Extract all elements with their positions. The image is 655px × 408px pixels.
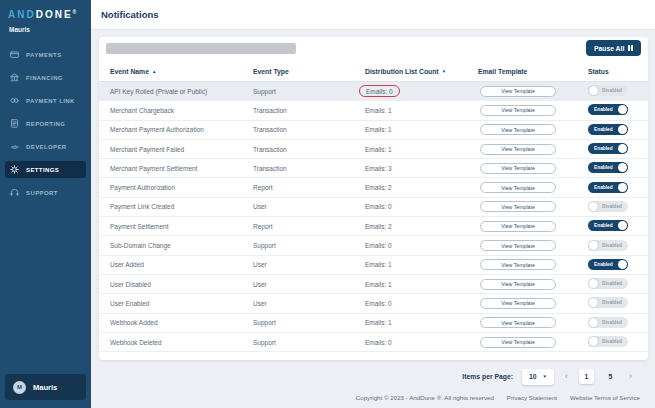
view-template-button[interactable]: View Template	[480, 337, 556, 348]
sidebar-item-settings[interactable]: SETTINGS	[5, 161, 86, 178]
distribution-count-cell: Emails: 1	[365, 319, 478, 326]
page-button-last[interactable]: 5	[603, 369, 618, 384]
table-row: User Added User Emails: 1 View Template …	[99, 256, 648, 275]
prev-page-button[interactable]: ‹	[563, 369, 570, 384]
distribution-count-cell: Emails: 3	[365, 165, 478, 172]
status-toggle[interactable]: Disabled	[588, 240, 628, 251]
view-template-button[interactable]: View Template	[480, 201, 556, 212]
table-row: Merchant Chargeback Transaction Emails: …	[99, 101, 648, 120]
status-toggle[interactable]: Enabled	[588, 220, 628, 231]
view-template-button[interactable]: View Template	[480, 124, 556, 135]
view-template-button[interactable]: View Template	[480, 105, 556, 116]
column-event-name[interactable]: Event Name▲	[110, 68, 253, 75]
toggle-label: Enabled	[594, 104, 613, 115]
sidebar-item-developer[interactable]: </> DEVELOPER	[5, 138, 86, 155]
email-template-cell: View Template	[478, 105, 588, 116]
view-template-button[interactable]: View Template	[480, 298, 556, 309]
toggle-knob	[618, 105, 627, 114]
email-template-cell: View Template	[478, 163, 588, 174]
column-event-type: Event Type	[253, 68, 365, 75]
emails-count: Emails: 1	[365, 261, 392, 268]
status-toggle[interactable]: Disabled	[588, 336, 628, 347]
view-template-button[interactable]: View Template	[480, 86, 556, 97]
emails-count: Emails: 3	[365, 165, 392, 172]
sidebar-nav: PAYMENTS FINANCING PAYMENT LINK REPORTIN…	[0, 46, 91, 201]
column-status: Status	[588, 68, 648, 75]
event-name-cell: Merchant Chargeback	[110, 107, 253, 114]
event-type-cell: Transaction	[253, 126, 365, 133]
table-row: Webhook Added Support Emails: 1 View Tem…	[99, 314, 648, 333]
payments-icon	[10, 50, 19, 59]
view-template-button[interactable]: View Template	[480, 163, 556, 174]
status-toggle[interactable]: Disabled	[588, 297, 628, 308]
sort-desc-icon: ▼	[442, 69, 446, 74]
status-toggle[interactable]: Enabled	[588, 162, 628, 173]
status-cell: Enabled	[588, 220, 648, 232]
status-toggle[interactable]: Enabled	[588, 259, 628, 270]
toggle-knob	[618, 163, 627, 172]
distribution-count-cell: Emails: 0	[365, 242, 478, 249]
pause-all-button[interactable]: Pause All	[586, 40, 641, 56]
table-row: User Enabled User Emails: 0 View Templat…	[99, 294, 648, 313]
event-name-cell: User Enabled	[110, 300, 253, 307]
status-cell: Enabled	[588, 104, 648, 116]
status-toggle[interactable]: Disabled	[588, 278, 628, 289]
website-terms-link[interactable]: Website Terms of Service	[570, 394, 640, 401]
event-name-cell: Webhook Added	[110, 319, 253, 326]
status-toggle[interactable]: Disabled	[588, 201, 628, 212]
email-template-cell: View Template	[478, 298, 588, 309]
table-row: Merchant Payment Settlement Transaction …	[99, 159, 648, 178]
status-toggle[interactable]: Disabled	[588, 85, 628, 96]
view-template-button[interactable]: View Template	[480, 279, 556, 290]
sidebar-user[interactable]: M Mauris	[5, 374, 86, 400]
pause-icon	[628, 45, 633, 51]
view-template-button[interactable]: View Template	[480, 182, 556, 193]
toggle-knob	[589, 337, 598, 346]
toggle-label: Disabled	[602, 297, 622, 308]
event-type-cell: Support	[253, 88, 365, 95]
view-template-button[interactable]: View Template	[480, 259, 556, 270]
event-name-cell: Payment Link Created	[110, 203, 253, 210]
status-toggle[interactable]: Enabled	[588, 143, 628, 154]
notifications-card: Pause All Event Name▲ Event Type Distrib…	[99, 37, 648, 360]
sidebar-item-financing[interactable]: FINANCING	[5, 69, 86, 86]
sidebar-item-reporting[interactable]: REPORTING	[5, 115, 86, 132]
view-template-button[interactable]: View Template	[480, 144, 556, 155]
email-template-cell: View Template	[478, 124, 588, 135]
distribution-count-cell: Emails: 1	[365, 107, 478, 114]
toggle-label: Enabled	[594, 124, 613, 135]
event-type-cell: Support	[253, 319, 365, 326]
page-button-current[interactable]: 1	[579, 369, 594, 384]
view-template-button[interactable]: View Template	[480, 221, 556, 232]
status-toggle[interactable]: Enabled	[588, 124, 628, 135]
status-toggle[interactable]: Disabled	[588, 317, 628, 328]
footer: Copyright © 2023 - AndDone ®. All rights…	[99, 394, 640, 401]
event-name-cell: User Added	[110, 261, 253, 268]
sidebar-item-payment-link[interactable]: PAYMENT LINK	[5, 92, 86, 109]
emails-count: Emails: 0	[365, 339, 392, 346]
table-row: Payment Link Created User Emails: 0 View…	[99, 198, 648, 217]
email-template-cell: View Template	[478, 201, 588, 212]
status-cell: Enabled	[588, 124, 648, 136]
view-template-button[interactable]: View Template	[480, 317, 556, 328]
next-page-button[interactable]: ›	[627, 369, 634, 384]
items-per-page-value: 10	[529, 373, 537, 380]
column-distribution-list-count[interactable]: Distribution List Count▼	[365, 68, 478, 75]
status-toggle[interactable]: Enabled	[588, 182, 628, 193]
view-template-button[interactable]: View Template	[480, 240, 556, 251]
logo-and: AND	[8, 9, 36, 20]
sidebar-item-support[interactable]: SUPPORT	[5, 184, 86, 201]
items-per-page-select[interactable]: 10 ▼	[522, 369, 554, 385]
distribution-count-cell: Emails: 0	[365, 300, 478, 307]
event-name-cell: Merchant Payment Authorization	[110, 126, 253, 133]
sidebar-item-payments[interactable]: PAYMENTS	[5, 46, 86, 63]
privacy-statement-link[interactable]: Privacy Statement	[507, 394, 557, 401]
emails-count: Emails: 2	[365, 223, 392, 230]
status-cell: Disabled	[588, 201, 648, 213]
financing-icon	[10, 73, 19, 82]
sidebar-item-label: FINANCING	[26, 75, 63, 81]
status-toggle[interactable]: Enabled	[588, 104, 628, 115]
user-name: Mauris	[33, 383, 57, 392]
toggle-label: Enabled	[594, 220, 613, 231]
table-row: User Disabled User Emails: 1 View Templa…	[99, 275, 648, 294]
